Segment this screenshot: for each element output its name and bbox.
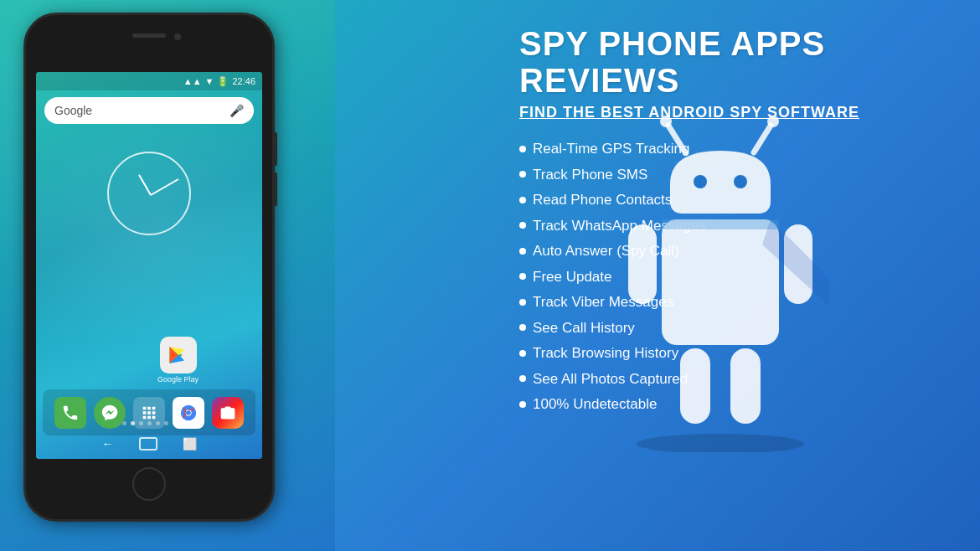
messenger-app-icon bbox=[94, 397, 126, 429]
phone-mockup: ▲▲ ▼ 🔋 22:46 Google 🎤 bbox=[23, 13, 283, 532]
app-dock bbox=[43, 389, 255, 435]
android-robot bbox=[611, 100, 829, 419]
svg-point-2 bbox=[186, 410, 191, 415]
phone-screen: ▲▲ ▼ 🔋 22:46 Google 🎤 bbox=[36, 72, 262, 459]
volume-btn bbox=[273, 132, 277, 166]
phone-speaker bbox=[132, 33, 166, 38]
svg-point-3 bbox=[637, 434, 804, 452]
bullet-icon bbox=[519, 324, 526, 331]
bullet-icon bbox=[519, 197, 526, 203]
svg-line-4 bbox=[668, 126, 685, 152]
svg-point-9 bbox=[734, 175, 747, 188]
home-btn bbox=[139, 437, 157, 451]
svg-rect-14 bbox=[680, 348, 710, 424]
phone-home-button bbox=[132, 467, 166, 501]
phone-camera bbox=[174, 33, 181, 40]
bullet-icon bbox=[519, 350, 526, 357]
clock-minute-hand bbox=[151, 178, 179, 196]
apps-icon bbox=[133, 397, 165, 429]
clock-hour-hand bbox=[138, 174, 152, 195]
svg-point-5 bbox=[660, 116, 672, 127]
bullet-icon bbox=[519, 248, 526, 255]
bottom-nav: ← ⬜ bbox=[36, 437, 262, 451]
recent-btn: ⬜ bbox=[183, 437, 197, 451]
svg-rect-11 bbox=[662, 219, 779, 229]
main-title: SPY PHONE APPS REVIEWS bbox=[519, 25, 946, 99]
bullet-icon bbox=[519, 299, 526, 306]
play-store-icon bbox=[160, 337, 197, 373]
bullet-icon bbox=[519, 273, 526, 280]
signal-icon: ▲▲ bbox=[183, 76, 202, 86]
main-container: ▲▲ ▼ 🔋 22:46 Google 🎤 bbox=[0, 0, 980, 551]
google-logo: Google bbox=[54, 104, 92, 117]
bullet-icon bbox=[519, 171, 526, 178]
camera-app-icon bbox=[212, 397, 244, 429]
left-panel: ▲▲ ▼ 🔋 22:46 Google 🎤 bbox=[0, 0, 335, 551]
right-panel: SPY PHONE APPS REVIEWS FIND THE BEST AND… bbox=[335, 0, 980, 551]
wifi-icon: ▼ bbox=[205, 76, 214, 86]
phone-outer: ▲▲ ▼ 🔋 22:46 Google 🎤 bbox=[23, 13, 275, 522]
bullet-icon bbox=[519, 401, 526, 408]
feature-text: Free Update bbox=[533, 266, 612, 288]
svg-point-7 bbox=[767, 116, 779, 127]
svg-rect-15 bbox=[730, 348, 761, 424]
power-btn bbox=[273, 173, 277, 206]
play-store-label: Google Play bbox=[157, 375, 199, 384]
battery-icon: 🔋 bbox=[217, 76, 229, 87]
status-bar: ▲▲ ▼ 🔋 22:46 bbox=[36, 72, 262, 90]
screen-background: ▲▲ ▼ 🔋 22:46 Google 🎤 bbox=[36, 72, 262, 459]
back-btn: ← bbox=[102, 437, 114, 451]
svg-line-6 bbox=[754, 126, 771, 152]
bullet-icon bbox=[519, 375, 526, 382]
time-display: 22:46 bbox=[232, 76, 255, 86]
phone-side-buttons bbox=[273, 132, 277, 206]
clock-widget bbox=[107, 152, 191, 235]
mic-icon: 🎤 bbox=[230, 104, 244, 117]
clock-circle bbox=[107, 152, 191, 235]
play-store-shortcut: Google Play bbox=[157, 337, 199, 384]
bullet-icon bbox=[519, 222, 526, 229]
phone-app-icon bbox=[54, 397, 86, 429]
svg-rect-12 bbox=[628, 224, 657, 304]
svg-rect-10 bbox=[662, 219, 779, 345]
chrome-app-icon bbox=[173, 397, 204, 429]
svg-point-8 bbox=[694, 175, 707, 188]
google-search-bar[interactable]: Google 🎤 bbox=[44, 97, 254, 124]
bullet-icon bbox=[519, 146, 526, 152]
